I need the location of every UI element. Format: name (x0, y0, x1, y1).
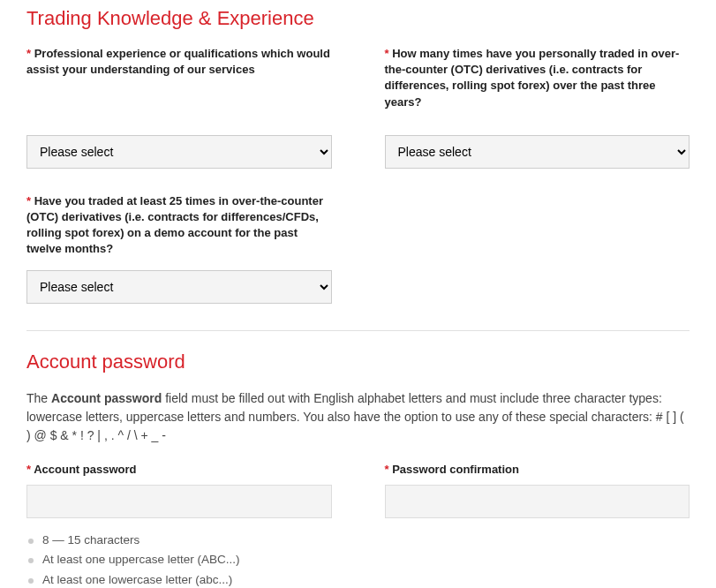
section-divider (26, 330, 690, 331)
account-password-label: * Account password (26, 463, 332, 476)
professional-experience-select[interactable]: Please select (26, 135, 332, 169)
account-password-heading: Account password (26, 351, 690, 373)
label-text: Professional experience or qualification… (26, 47, 330, 76)
label-text: Password confirmation (392, 463, 519, 476)
otc-times-select[interactable]: Please select (385, 135, 690, 169)
password-description: The Account password field must be fille… (26, 389, 690, 445)
label-text: How many times have you personally trade… (385, 47, 680, 109)
desc-prefix: The (26, 391, 51, 405)
required-mark: * (26, 194, 31, 207)
otc-times-label: * How many times have you personally tra… (385, 46, 690, 110)
password-requirement: 8 — 15 characters (26, 531, 332, 551)
required-mark: * (385, 47, 389, 60)
trading-knowledge-heading: Trading Knowledge & Experience (26, 7, 690, 30)
required-mark: * (26, 463, 31, 476)
password-confirmation-label: * Password confirmation (385, 463, 690, 476)
demo-25-label: * Have you traded at least 25 times in o… (26, 193, 332, 258)
professional-experience-label: * Professional experience or qualificati… (26, 46, 332, 78)
password-confirmation-input[interactable] (385, 485, 690, 518)
demo-25-select[interactable]: Please select (26, 270, 332, 304)
password-requirement: At least one uppercase letter (ABC...) (26, 550, 332, 570)
desc-bold: Account password (51, 391, 162, 405)
label-text: Have you traded at least 25 times in ove… (26, 194, 323, 256)
account-password-input[interactable] (26, 485, 332, 518)
password-requirements-list: 8 — 15 characters At least one uppercase… (26, 531, 332, 589)
required-mark: * (26, 47, 31, 60)
label-text: Account password (34, 463, 136, 476)
password-requirement: At least one lowercase letter (abc...) (26, 570, 332, 588)
required-mark: * (385, 463, 389, 476)
